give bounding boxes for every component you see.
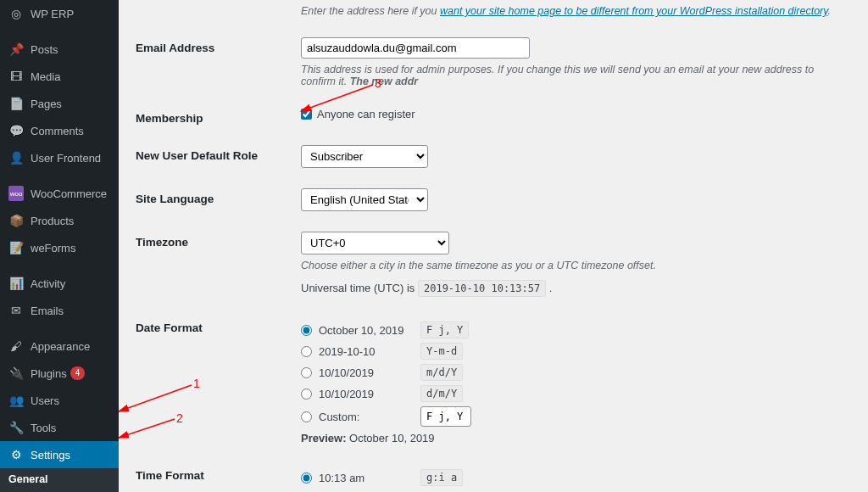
- settings-submenu: General Writing Reading: [0, 468, 119, 492]
- dateformat-label: Date Format: [136, 317, 301, 334]
- role-label: New User Default Role: [136, 145, 301, 162]
- sidebar-item-products[interactable]: 📦Products: [0, 207, 119, 234]
- membership-checkbox[interactable]: [301, 109, 312, 120]
- woocommerce-icon: woo: [8, 186, 24, 201]
- admin-sidebar: ◎WP ERP 📌Posts 🎞Media 📄Pages 💬Comments 👤…: [0, 0, 119, 492]
- sidebar-item-label: Pages: [31, 98, 62, 110]
- sidebar-item-label: Plugins: [31, 367, 67, 380]
- sidebar-item-label: Emails: [31, 305, 64, 317]
- sidebar-item-emails[interactable]: ✉Emails: [0, 297, 119, 324]
- appearance-icon: 🖌: [8, 338, 24, 354]
- utc-time-value: 2019-10-10 10:13:57: [418, 280, 546, 297]
- sidebar-item-tools[interactable]: 🔧Tools: [0, 414, 119, 441]
- email-help: This address is used for admin purposes.…: [301, 64, 851, 87]
- sidebar-item-wperp[interactable]: ◎WP ERP: [0, 0, 119, 27]
- sidebar-item-userfrontend[interactable]: 👤User Frontend: [0, 144, 119, 171]
- time-format-code: g:i a: [420, 469, 463, 486]
- sidebar-item-label: weForms: [31, 242, 75, 254]
- date-preview-label: Preview:: [301, 432, 346, 444]
- emails-icon: ✉: [8, 303, 24, 318]
- posts-icon: 📌: [8, 42, 24, 57]
- plugins-icon: 🔌: [8, 366, 24, 381]
- lang-label: Site Language: [136, 188, 301, 205]
- email-label: Email Address: [136, 37, 301, 54]
- sidebar-item-posts[interactable]: 📌Posts: [0, 36, 119, 63]
- sidebar-item-plugins[interactable]: 🔌Plugins4: [0, 360, 119, 387]
- pages-icon: 📄: [8, 96, 24, 111]
- tz-label: Timezone: [136, 232, 301, 249]
- sidebar-item-label: Activity: [31, 277, 65, 290]
- wpurl-help: Enter the address here if you want your …: [301, 5, 851, 17]
- date-format-custom-input[interactable]: [420, 406, 471, 427]
- sidebar-item-label: Appearance: [31, 340, 90, 353]
- sidebar-item-label: Comments: [31, 125, 84, 137]
- membership-checkbox-label[interactable]: Anyone can register: [301, 108, 851, 120]
- wperp-icon: ◎: [8, 6, 24, 21]
- date-format-radio[interactable]: [301, 346, 312, 357]
- date-format-code: m/d/Y: [420, 364, 463, 381]
- timezone-select[interactable]: UTC+0: [301, 232, 449, 254]
- sidebar-item-appearance[interactable]: 🖌Appearance: [0, 333, 119, 360]
- sidebar-item-label: Users: [31, 394, 59, 407]
- date-format-radio[interactable]: [301, 325, 312, 336]
- sidebar-item-activity[interactable]: 📊Activity: [0, 270, 119, 297]
- wpurl-help-link[interactable]: want your site home page to be different…: [440, 5, 828, 17]
- date-format-custom-radio[interactable]: [301, 411, 312, 422]
- utc-time-row: Universal time (UTC) is 2019-10-10 10:13…: [301, 280, 851, 297]
- date-format-code: Y-m-d: [420, 343, 463, 360]
- membership-text: Anyone can register: [317, 108, 415, 120]
- comments-icon: 💬: [8, 123, 24, 138]
- settings-icon: ⚙: [8, 447, 24, 462]
- date-format-code: d/m/Y: [420, 385, 463, 402]
- timeformat-label: Time Format: [136, 465, 301, 482]
- plugin-update-badge: 4: [70, 366, 86, 380]
- sidebar-item-weforms[interactable]: 📝weForms: [0, 234, 119, 261]
- default-role-select[interactable]: Subscriber: [301, 145, 428, 168]
- sidebar-item-label: User Frontend: [31, 152, 101, 165]
- sidebar-item-label: Settings: [31, 449, 70, 461]
- admin-email-input[interactable]: [301, 37, 530, 59]
- sidebar-item-label: Media: [31, 70, 60, 83]
- tools-icon: 🔧: [8, 420, 24, 435]
- weforms-icon: 📝: [8, 240, 24, 255]
- userfrontend-icon: 👤: [8, 150, 24, 165]
- date-format-custom-label: Custom:: [319, 411, 420, 423]
- settings-content: Enter the address here if you want your …: [119, 0, 868, 492]
- submenu-general[interactable]: General: [0, 468, 119, 490]
- date-format-label: 10/10/2019: [319, 388, 420, 400]
- date-format-label: 10/10/2019: [319, 366, 420, 379]
- date-format-label: 2019-10-10: [319, 345, 420, 358]
- sidebar-item-label: Products: [31, 215, 74, 227]
- sidebar-item-pages[interactable]: 📄Pages: [0, 90, 119, 117]
- time-format-label: 10:13 am: [319, 472, 420, 484]
- products-icon: 📦: [8, 213, 24, 228]
- sidebar-item-label: WP ERP: [31, 8, 74, 20]
- date-format-radio[interactable]: [301, 367, 312, 378]
- date-preview-value: October 10, 2019: [349, 432, 434, 444]
- tz-help: Choose either a city in the same timezon…: [301, 260, 851, 271]
- date-format-label: October 10, 2019: [319, 324, 420, 337]
- media-icon: 🎞: [8, 69, 24, 84]
- date-format-radio[interactable]: [301, 389, 312, 400]
- sidebar-item-media[interactable]: 🎞Media: [0, 63, 119, 90]
- sidebar-item-woocommerce[interactable]: wooWooCommerce: [0, 180, 119, 207]
- date-format-code: F j, Y: [420, 321, 469, 338]
- sidebar-item-users[interactable]: 👥Users: [0, 387, 119, 414]
- sidebar-item-label: Tools: [31, 422, 56, 434]
- site-language-select[interactable]: English (United States): [301, 188, 428, 211]
- time-format-radio[interactable]: [301, 472, 312, 484]
- sidebar-item-comments[interactable]: 💬Comments: [0, 117, 119, 144]
- sidebar-item-settings[interactable]: ⚙Settings: [0, 441, 119, 468]
- activity-icon: 📊: [8, 276, 24, 291]
- membership-label: Membership: [136, 108, 301, 125]
- sidebar-item-label: WooCommerce: [31, 187, 107, 200]
- sidebar-item-label: Posts: [31, 43, 58, 56]
- users-icon: 👥: [8, 393, 24, 408]
